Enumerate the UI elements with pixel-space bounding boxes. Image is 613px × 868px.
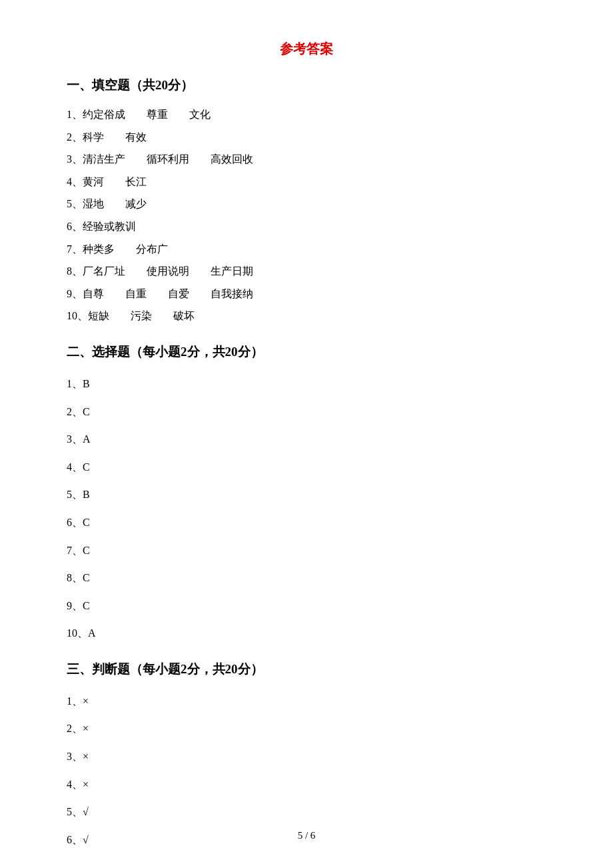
judge-item: 4、× [67, 771, 546, 799]
judge-item: 2、× [67, 715, 546, 743]
choice-item: 10、A [67, 619, 546, 647]
fill-blank-answers: 1、约定俗成 尊重 文化2、科学 有效3、清洁生产 循环利用 高效回收4、黄河 … [67, 103, 546, 327]
choice-item: 2、C [67, 398, 546, 426]
fill-blank-item: 7、种类多 分布广 [67, 238, 546, 261]
judge-item: 5、√ [67, 798, 546, 826]
fill-blank-item: 5、湿地 减少 [67, 193, 546, 215]
fill-blank-item: 1、约定俗成 尊重 文化 [67, 103, 546, 126]
judge-answers: 1、×2、×3、×4、×5、√6、√ [67, 687, 546, 854]
choice-item: 5、B [67, 481, 546, 509]
fill-blank-item: 6、经验或教训 [67, 215, 546, 238]
choice-heading: 二、选择题（每小题2分，共20分） [67, 343, 546, 361]
choice-item: 4、C [67, 453, 546, 481]
fill-blank-item: 8、厂名厂址 使用说明 生产日期 [67, 260, 546, 283]
choice-item: 8、C [67, 564, 546, 592]
choice-item: 6、C [67, 509, 546, 537]
fill-blank-item: 9、自尊 自重 自爱 自我接纳 [67, 283, 546, 305]
choice-item: 1、B [67, 370, 546, 398]
choice-item: 3、A [67, 425, 546, 453]
judge-heading: 三、判断题（每小题2分，共20分） [67, 661, 546, 678]
fill-blank-item: 10、短缺 污染 破坏 [67, 305, 546, 327]
choice-answers: 1、B2、C3、A4、C5、B6、C7、C8、C9、C10、A [67, 370, 546, 647]
fill-blank-item: 2、科学 有效 [67, 126, 546, 149]
page-title: 参考答案 [67, 40, 546, 58]
choice-item: 9、C [67, 592, 546, 620]
choice-item: 7、C [67, 537, 546, 565]
judge-item: 1、× [67, 687, 546, 715]
page-footer: 5 / 6 [0, 830, 613, 841]
fill-blank-item: 4、黄河 长江 [67, 171, 546, 193]
judge-item: 3、× [67, 743, 546, 771]
fill-blank-item: 3、清洁生产 循环利用 高效回收 [67, 148, 546, 171]
fill-blank-heading: 一、填空题（共20分） [67, 77, 546, 94]
